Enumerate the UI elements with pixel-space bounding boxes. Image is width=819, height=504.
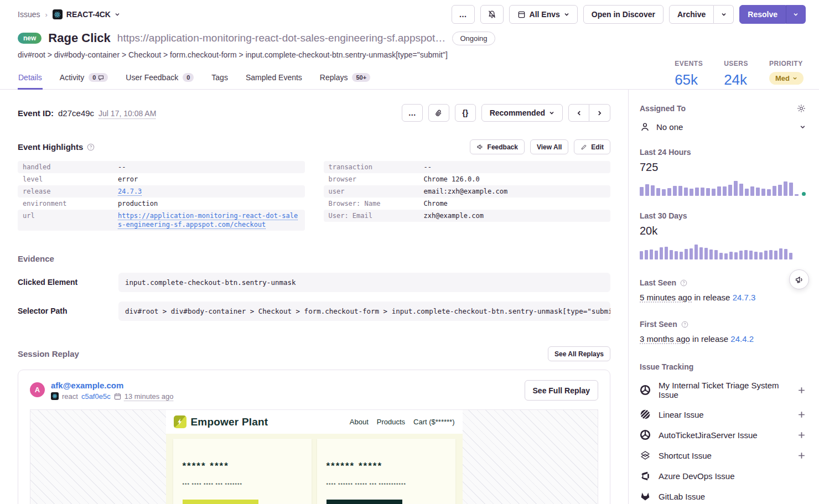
tab-details[interactable]: Details: [18, 68, 43, 90]
mute-alerts-button[interactable]: [480, 5, 504, 24]
breadcrumb-issues-link[interactable]: Issues: [18, 10, 40, 19]
chart-bar: [690, 248, 693, 259]
chart-bar: [651, 185, 655, 196]
attachments-button[interactable]: [428, 104, 449, 122]
add-issue-link-button[interactable]: [797, 451, 806, 460]
chart-bar: [774, 251, 777, 259]
highlight-row: User: Emailzxh@example.com: [324, 210, 611, 222]
highlight-row: Browser: NameChrome: [324, 198, 611, 210]
json-button[interactable]: {}: [455, 104, 476, 122]
replay-card: A afk@example.com react c5af0e5c 13 minu…: [18, 370, 610, 504]
last-seen-line: 5 minutes ago in release 24.7.3: [640, 293, 806, 302]
issue-tracking-label[interactable]: Linear Issue: [659, 410, 790, 419]
chart-bar: [706, 188, 710, 196]
see-full-replay-button[interactable]: See Full Replay: [525, 380, 598, 401]
stat-label: USERS: [724, 60, 748, 67]
latest-event-marker-dot: [802, 192, 806, 196]
priority-value: Med: [775, 74, 790, 82]
azure-devops-icon: [640, 470, 651, 481]
tab-activity[interactable]: Activity0: [59, 68, 108, 90]
replay-user-email-link[interactable]: afk@example.com: [51, 381, 174, 390]
chart-bar: [673, 186, 677, 196]
environment-selector-button[interactable]: All Envs: [509, 5, 578, 24]
see-all-replays-button[interactable]: See All Replays: [548, 346, 610, 361]
view-all-button[interactable]: View All: [530, 139, 568, 154]
chart-bar: [724, 253, 728, 259]
tab-user-feedback[interactable]: User Feedback0: [125, 68, 194, 90]
last-seen-release-link[interactable]: 24.7.3: [733, 293, 756, 302]
replay-preview[interactable]: Empower Plant About Products Cart ($****…: [30, 409, 598, 504]
issue-subtitle: https://application-monitoring-react-dot…: [117, 32, 446, 44]
replay-id-link[interactable]: c5af0e5c: [81, 392, 111, 401]
chart-bar: [729, 252, 733, 259]
add-issue-link-button[interactable]: [797, 431, 806, 439]
assignee-selector[interactable]: No one: [640, 122, 806, 132]
stat-users: USERS24k: [724, 60, 748, 89]
highlight-value: --: [118, 163, 126, 172]
issue-tracking-label[interactable]: GitLab Issue: [659, 492, 806, 501]
stat-value[interactable]: 65k: [675, 71, 703, 89]
main-panel: Event ID: d27ce49c Jul 17, 10:08 AM … {}…: [0, 90, 629, 504]
site-nav-products: Products: [377, 418, 405, 426]
highlight-value-link[interactable]: 24.7.3: [118, 187, 142, 196]
add-issue-link-button[interactable]: [797, 386, 806, 394]
chart-bar: [701, 188, 704, 196]
chevron-down-icon: [721, 12, 727, 17]
issue-tracking-label[interactable]: Azure DevOps Issue: [659, 471, 806, 481]
highlight-value-link[interactable]: https://application-monitoring-react-dot…: [118, 211, 300, 229]
site-nav-cart: Cart ($******): [413, 418, 454, 426]
edit-highlights-button[interactable]: Edit: [574, 139, 610, 154]
floating-feedback-button[interactable]: [789, 269, 809, 289]
archive-dropdown-button[interactable]: [714, 5, 734, 24]
chart-bar: [734, 252, 738, 259]
last-seen-time[interactable]: 5 minutes ago: [640, 293, 692, 302]
chart-bar: [717, 186, 721, 196]
issue-actions: … All Envs Open in Discover Archive Reso…: [452, 5, 806, 24]
event-timestamp[interactable]: Jul 17, 10:08 AM: [99, 109, 156, 118]
next-event-button[interactable]: [589, 104, 610, 122]
add-issue-link-button[interactable]: [797, 411, 806, 419]
first-seen-release-link[interactable]: 24.4.2: [730, 334, 754, 344]
chart-bar: [719, 253, 723, 259]
chart-bar: [665, 247, 668, 259]
gear-icon[interactable]: [797, 104, 806, 113]
resolve-button[interactable]: Resolve: [739, 5, 786, 24]
highlight-key: browser: [329, 175, 424, 184]
previous-event-button[interactable]: [568, 104, 589, 122]
empower-plant-logo-icon: [174, 415, 186, 428]
avatar: A: [30, 382, 45, 397]
issue-tracking-label[interactable]: Shortcut Issue: [659, 451, 790, 460]
project-selector[interactable]: REACT-4CK: [53, 9, 120, 19]
replay-time-ago[interactable]: 13 minutes ago: [125, 392, 174, 401]
event-more-button[interactable]: …: [402, 104, 423, 122]
feedback-button[interactable]: Feedback: [470, 139, 525, 154]
resolve-dropdown-button[interactable]: [786, 5, 806, 24]
chart-bar: [695, 188, 699, 196]
stat-value[interactable]: 24k: [724, 71, 748, 89]
chart-bar: [767, 189, 771, 196]
issue-tracking-label[interactable]: My Internal Ticket Triage System Issue: [659, 381, 790, 399]
issue-tracking-label[interactable]: AutoTicketJiraServer Issue: [659, 430, 790, 440]
chart-bar: [764, 251, 768, 259]
session-replay-title: Session Replay: [18, 349, 79, 358]
add-to-cart-button: Add to cart — $******: [326, 500, 402, 504]
highlight-key: environment: [23, 199, 118, 208]
priority-selector[interactable]: Med: [769, 72, 804, 85]
tab-label: Activity: [60, 73, 84, 82]
archive-button[interactable]: Archive: [669, 5, 714, 24]
chart-bar: [789, 183, 793, 196]
window-icon: [517, 11, 526, 19]
help-icon: [681, 321, 688, 328]
chart-bar: [728, 185, 732, 196]
tab-replays[interactable]: Replays50+: [319, 68, 371, 90]
chart-bar: [795, 194, 799, 196]
more-actions-button[interactable]: …: [452, 5, 475, 24]
open-in-discover-button[interactable]: Open in Discover: [583, 5, 664, 24]
chevron-down-icon: [115, 12, 120, 17]
issue-title: Rage Click: [48, 31, 111, 45]
tab-tags[interactable]: Tags: [211, 68, 229, 90]
event-sort-selector[interactable]: Recommended: [481, 104, 563, 122]
tab-sampled-events[interactable]: Sampled Events: [245, 68, 303, 90]
product-description-masked: **** ****** ***** *** ***********: [326, 482, 446, 487]
first-seen-time[interactable]: 3 months ago: [640, 334, 690, 344]
